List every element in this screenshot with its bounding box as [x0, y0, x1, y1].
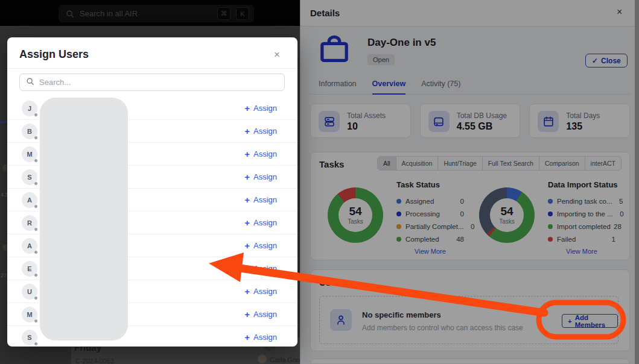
user-initial: A [27, 242, 32, 249]
plus-icon: + [244, 218, 250, 227]
modal-divider [7, 68, 297, 69]
plus-icon: + [244, 172, 250, 181]
status-dot [34, 342, 38, 346]
assign-users-modal: Assign Users × J + Assign B + Assign [7, 37, 297, 347]
plus-icon: + [244, 333, 250, 342]
redacted-names-blob [40, 98, 128, 340]
plus-icon: + [244, 287, 250, 296]
modal-search-input[interactable] [39, 78, 278, 87]
status-dot [34, 158, 38, 163]
status-dot [34, 319, 38, 323]
search-icon [26, 77, 34, 88]
status-dot [34, 113, 38, 117]
plus-icon: + [244, 149, 250, 158]
modal-search-box [19, 74, 285, 91]
modal-title: Assign Users [19, 48, 89, 61]
assign-button[interactable]: + Assign [244, 310, 277, 319]
assign-button[interactable]: + Assign [244, 149, 277, 158]
user-initial: M [27, 311, 32, 318]
user-initial: U [27, 288, 32, 295]
plus-icon: + [244, 241, 250, 250]
user-initial: B [27, 128, 32, 135]
status-dot [34, 296, 38, 300]
assign-button[interactable]: + Assign [244, 195, 277, 204]
user-initial: R [27, 219, 32, 227]
status-dot [34, 250, 38, 254]
assign-button[interactable]: + Assign [244, 287, 277, 296]
plus-icon: + [244, 127, 250, 136]
plus-icon: + [244, 264, 250, 273]
user-initial: M [27, 151, 32, 158]
assign-button[interactable]: + Assign [244, 172, 277, 181]
status-dot [34, 273, 38, 277]
assign-button[interactable]: + Assign [244, 241, 277, 250]
user-initial: S [27, 174, 31, 181]
screenshot-stage: Search in all AIR ⌘ K 4.5 27 Friday C-20… [0, 0, 639, 364]
plus-icon: + [244, 195, 250, 204]
status-dot [34, 136, 38, 140]
user-initial: A [27, 196, 32, 204]
assign-button[interactable]: + Assign [244, 264, 277, 273]
status-dot [34, 181, 38, 186]
user-initial: J [28, 105, 31, 112]
assign-button[interactable]: + Assign [244, 104, 277, 113]
user-initial: E [27, 265, 31, 272]
assign-button[interactable]: + Assign [244, 127, 277, 136]
user-initial: S [27, 334, 31, 341]
status-dot [34, 227, 38, 231]
status-dot [34, 204, 38, 209]
assign-button[interactable]: + Assign [244, 333, 277, 342]
plus-icon: + [244, 310, 250, 319]
assign-button[interactable]: + Assign [244, 218, 277, 227]
plus-icon: + [244, 104, 250, 113]
modal-close-icon[interactable]: × [274, 49, 280, 60]
